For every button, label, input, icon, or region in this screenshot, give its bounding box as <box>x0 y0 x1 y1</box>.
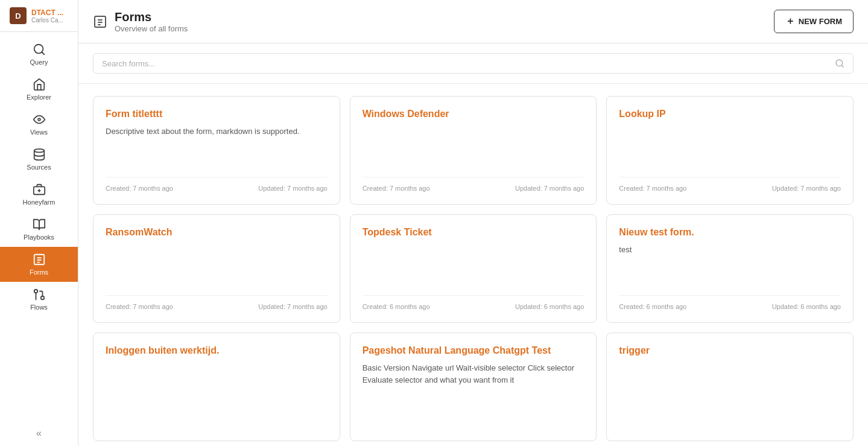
card-title: trigger <box>619 345 841 356</box>
card-footer: Created: 7 months agoUpdated: 7 months a… <box>619 177 841 192</box>
page-title: Forms <box>115 10 188 24</box>
card-title: Inloggen buiten werktijd. <box>106 345 328 356</box>
cards-grid: Form titlettttDescriptive text about the… <box>93 96 854 441</box>
card-created: Created: 6 months ago <box>619 303 686 310</box>
sidebar-item-honeyfarm-label: Honeyfarm <box>23 199 55 206</box>
sidebar-item-views-label: Views <box>30 129 48 136</box>
card-title: Topdesk Ticket <box>363 227 584 238</box>
card-created: Created: 7 months ago <box>619 185 686 192</box>
card-title: Form titletttt <box>106 109 328 119</box>
search-input[interactable] <box>102 59 830 68</box>
logo-text: DTACT ... Carlos Ca... <box>31 8 63 24</box>
main-header: Forms Overview of all forms ＋ NEW FORM <box>78 0 868 43</box>
views-icon <box>33 113 46 126</box>
sidebar-item-forms-label: Forms <box>30 269 48 276</box>
search-bar-wrap <box>78 43 868 84</box>
card-footer: Created: 6 months agoUpdated: 6 months a… <box>363 295 584 310</box>
sidebar-item-query[interactable]: Query <box>0 37 78 72</box>
sidebar-item-sources[interactable]: Sources <box>0 142 78 177</box>
page-subtitle: Overview of all forms <box>115 24 188 33</box>
card-created: Created: 7 months ago <box>106 185 173 192</box>
card-footer: Created: 7 months agoUpdated: 7 months a… <box>106 177 328 192</box>
logo-avatar: D <box>10 7 27 24</box>
card-ransomwatch[interactable]: RansomWatchCreated: 7 months agoUpdated:… <box>93 214 340 323</box>
main-content: Forms Overview of all forms ＋ NEW FORM F… <box>78 0 868 446</box>
card-created: Created: 6 months ago <box>363 303 430 310</box>
forms-header-icon <box>93 14 107 29</box>
playbooks-icon <box>33 218 46 231</box>
card-form-titletttt[interactable]: Form titlettttDescriptive text about the… <box>93 96 340 205</box>
card-updated: Updated: 7 months ago <box>772 185 841 192</box>
card-title: Pageshot Natural Language Chatgpt Test <box>363 345 584 356</box>
flows-icon <box>33 288 46 301</box>
card-topdesk-ticket[interactable]: Topdesk TicketCreated: 6 months agoUpdat… <box>350 214 597 323</box>
plus-icon: ＋ <box>785 15 795 28</box>
card-title: RansomWatch <box>106 227 328 238</box>
card-top: Windows Defender <box>363 109 584 126</box>
sidebar-collapse-button[interactable]: « <box>0 421 78 446</box>
card-top: Topdesk Ticket <box>363 227 584 244</box>
logo-title: DTACT ... <box>31 8 63 17</box>
card-inloggen-buiten-werktijd[interactable]: Inloggen buiten werktijd. <box>93 333 340 441</box>
card-updated: Updated: 7 months ago <box>515 185 584 192</box>
cards-area: Form titlettttDescriptive text about the… <box>78 84 868 446</box>
card-updated: Updated: 6 months ago <box>772 303 841 310</box>
sidebar-item-explorer-label: Explorer <box>27 94 51 101</box>
sidebar-item-honeyfarm[interactable]: Honeyfarm <box>0 177 78 212</box>
card-trigger[interactable]: trigger <box>606 333 854 441</box>
sidebar-item-query-label: Query <box>30 59 48 66</box>
sidebar-item-explorer[interactable]: Explorer <box>0 72 78 107</box>
card-footer: Created: 7 months agoUpdated: 7 months a… <box>363 177 584 192</box>
sidebar-item-flows-label: Flows <box>30 304 48 311</box>
sidebar-item-flows[interactable]: Flows <box>0 282 78 317</box>
card-top: Form titlettttDescriptive text about the… <box>106 109 328 138</box>
new-form-button[interactable]: ＋ NEW FORM <box>774 10 854 33</box>
svg-line-1 <box>42 52 44 54</box>
sidebar: D DTACT ... Carlos Ca... Query Explorer <box>0 0 78 446</box>
card-top: Nieuw test form.test <box>619 227 841 256</box>
search-bar <box>93 53 854 74</box>
card-description: test <box>619 244 841 256</box>
card-title: Windows Defender <box>363 109 584 119</box>
sidebar-item-sources-label: Sources <box>27 164 51 171</box>
sidebar-item-views[interactable]: Views <box>0 107 78 142</box>
card-top: RansomWatch <box>106 227 328 244</box>
card-pageshot-natural-language[interactable]: Pageshot Natural Language Chatgpt TestBa… <box>350 333 597 441</box>
card-description: Descriptive text about the form, markdow… <box>106 126 328 138</box>
card-top: Inloggen buiten werktijd. <box>106 345 328 362</box>
svg-point-2 <box>38 118 40 121</box>
card-title: Nieuw test form. <box>619 227 841 238</box>
card-created: Created: 7 months ago <box>106 303 173 310</box>
card-updated: Updated: 7 months ago <box>258 185 327 192</box>
search-icon <box>835 59 844 68</box>
header-title-block: Forms Overview of all forms <box>115 10 188 33</box>
search-icon <box>33 43 46 56</box>
card-top: Pageshot Natural Language Chatgpt TestBa… <box>363 345 584 386</box>
main-header-left: Forms Overview of all forms <box>93 10 188 33</box>
card-top: trigger <box>619 345 841 362</box>
card-top: Lookup IP <box>619 109 841 126</box>
card-nieuw-test-form[interactable]: Nieuw test form.testCreated: 6 months ag… <box>606 214 854 323</box>
card-lookup-ip[interactable]: Lookup IPCreated: 7 months agoUpdated: 7… <box>606 96 854 205</box>
sources-icon <box>33 148 46 161</box>
sidebar-item-forms[interactable]: Forms <box>0 247 78 282</box>
card-updated: Updated: 6 months ago <box>515 303 584 310</box>
card-windows-defender[interactable]: Windows DefenderCreated: 7 months agoUpd… <box>350 96 597 205</box>
honeyfarm-icon <box>33 183 46 196</box>
forms-icon <box>33 253 46 266</box>
card-description: Basic Version Navigate url Wait-visible … <box>363 362 584 386</box>
explorer-icon <box>33 78 46 91</box>
sidebar-logo: D DTACT ... Carlos Ca... <box>0 0 78 32</box>
svg-line-19 <box>841 65 843 67</box>
card-footer: Created: 6 months agoUpdated: 6 months a… <box>619 295 841 310</box>
logo-sub: Carlos Ca... <box>31 17 63 24</box>
card-title: Lookup IP <box>619 109 841 119</box>
card-updated: Updated: 7 months ago <box>258 303 327 310</box>
card-footer: Created: 7 months agoUpdated: 7 months a… <box>106 295 328 310</box>
sidebar-item-playbooks[interactable]: Playbooks <box>0 212 78 247</box>
card-created: Created: 7 months ago <box>363 185 430 192</box>
svg-point-3 <box>34 149 44 153</box>
sidebar-item-playbooks-label: Playbooks <box>24 234 54 241</box>
